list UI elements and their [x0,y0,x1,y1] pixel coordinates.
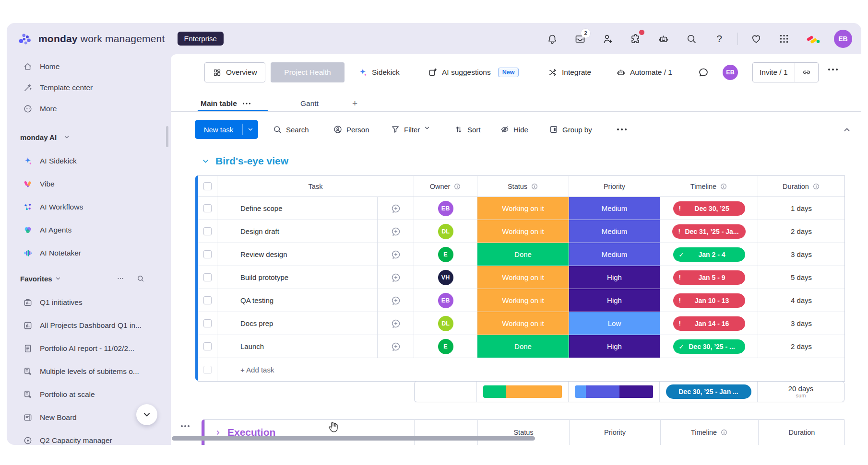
sidebar-section-favorites[interactable]: Favorites [7,271,170,286]
status-cell[interactable]: Working on it [477,312,569,335]
timeline-cell[interactable]: ✓Jan 2 - 4 [660,243,758,266]
duration-cell[interactable]: 5 days [758,266,844,289]
copy-link-icon[interactable] [795,63,818,82]
row-checkbox[interactable] [198,197,217,220]
group-title[interactable]: Bird's-eye view [215,155,288,167]
duration-cell[interactable]: 3 days [758,312,844,335]
priority-cell[interactable]: Medium [569,220,660,243]
column-header-timeline[interactable]: Timeline [660,176,758,197]
task-name-cell[interactable]: Define scope [217,197,378,220]
info-icon[interactable] [453,183,461,190]
board-chat-icon[interactable] [698,62,709,82]
sidekick-tab-button[interactable]: Sidekick [358,62,400,82]
priority-cell[interactable]: High [569,289,660,312]
add-conversation-button[interactable] [378,289,414,312]
add-conversation-button[interactable] [378,197,414,220]
user-avatar[interactable]: EB [834,30,852,48]
sidebar-scroll-down-button[interactable] [136,404,157,425]
timeline-summary-pill[interactable]: Dec 30, ’25 - Jan ... [666,384,751,399]
person-filter-button[interactable]: Person [333,120,369,139]
sidebar-item-ai-notetaker[interactable]: AI Notetaker [7,242,170,265]
task-name-cell[interactable]: Build prototype [217,266,378,289]
brand[interactable]: monday work management Enterprise [7,32,224,46]
sidebar-item-portfolio-ai-report[interactable]: Portfolio AI report - 11/02/2... [7,337,170,360]
owner-avatar[interactable]: DL [438,316,453,331]
status-cell[interactable]: Working on it [477,197,569,220]
ai-suggestions-tab-button[interactable]: AI suggestions New [428,62,519,82]
info-icon[interactable] [531,183,538,190]
owner-avatar[interactable]: DL [438,224,453,239]
execution-group-title-cell[interactable]: Execution [205,420,415,445]
add-view-button[interactable]: + [352,96,357,111]
timeline-cell[interactable]: !Jan 14 - 16 [660,312,758,335]
favorites-search-icon[interactable] [136,274,145,283]
duration-cell[interactable]: 1 days [758,197,844,220]
new-task-caret-icon[interactable] [243,126,258,133]
owner-avatar[interactable]: EB [438,293,453,308]
sort-button[interactable]: Sort [454,120,481,139]
add-conversation-button[interactable] [378,243,414,266]
info-icon[interactable] [812,183,820,190]
owner-avatar[interactable]: E [438,247,453,262]
product-switcher-grid-icon[interactable] [778,33,790,45]
search-icon[interactable] [686,33,697,45]
integrate-tab-button[interactable]: Integrate [548,62,591,82]
duration-cell[interactable]: 4 days [758,289,844,312]
sidebar-item-multiple-levels-subitems[interactable]: Multiple levels of subitems o... [7,360,170,383]
sidebar-item-q1-initiatives[interactable]: Q1 initiatives [7,291,170,314]
duration-cell[interactable]: 2 days [758,220,844,243]
timeline-cell[interactable]: !Jan 5 - 9 [660,266,758,289]
automate-tab-button[interactable]: Automate / 1 [616,62,672,82]
execution-group-menu-icon[interactable] [181,425,190,427]
add-conversation-button[interactable] [378,312,414,335]
owner-avatar[interactable]: VH [438,270,453,285]
row-checkbox[interactable] [198,312,217,335]
row-checkbox[interactable] [198,335,217,358]
priority-cell[interactable]: Medium [569,243,660,266]
sidebar-scrollbar-thumb[interactable] [166,126,168,147]
filter-button[interactable]: Filter [391,120,430,139]
priority-cell[interactable]: High [569,266,660,289]
info-icon[interactable] [720,183,727,190]
collapse-header-caret-icon[interactable] [842,125,852,135]
hide-button[interactable]: Hide [500,120,528,139]
priority-cell[interactable]: Medium [569,197,660,220]
column-header-status[interactable]: Status [477,176,569,197]
owner-avatar[interactable]: EB [438,201,453,216]
view-tab-main-table[interactable]: Main table [201,96,251,111]
sidebar-item-portfolio-at-scale[interactable]: Portfolio at scale [7,383,170,406]
task-name-cell[interactable]: Review design [217,243,378,266]
priority-cell[interactable]: High [569,335,660,358]
execution-column-priority[interactable]: Priority [570,420,661,445]
owner-cell[interactable]: EB [414,197,477,220]
status-cell[interactable]: Done [477,243,569,266]
priority-cell[interactable]: Low [569,312,660,335]
group-collapse-chevron-icon[interactable] [202,157,210,165]
priority-distribution-bar[interactable] [575,385,654,398]
sidebar-item-ai-workflows[interactable]: AI Workflows [7,196,170,219]
new-task-button[interactable]: New task [195,120,258,139]
board-member-avatar[interactable]: EB [723,65,738,80]
assistant-bot-icon[interactable] [658,33,669,45]
board-menu-icon[interactable] [828,69,838,70]
row-checkbox[interactable] [198,266,217,289]
help-icon[interactable]: ? [713,33,725,45]
column-header-task[interactable]: Task [217,176,414,197]
duration-cell[interactable]: 2 days [758,335,844,358]
task-name-cell[interactable]: Launch [217,335,378,358]
favorites-menu-icon[interactable] [116,274,125,283]
status-distribution-bar[interactable] [483,385,562,398]
task-name-cell[interactable]: Design draft [217,220,378,243]
timeline-cell[interactable]: !Jan 10 - 13 [660,289,758,312]
task-name-cell[interactable]: Docs prep [217,312,378,335]
project-health-tab-button[interactable]: Project Health [271,62,345,82]
inbox-icon[interactable]: 2 [574,33,586,45]
column-header-priority[interactable]: Priority [569,176,660,197]
add-conversation-button[interactable] [378,220,414,243]
horizontal-scrollbar[interactable] [172,436,535,441]
owner-cell[interactable]: E [414,335,477,358]
select-all-checkbox[interactable] [198,176,217,197]
chevron-down-icon[interactable] [424,125,430,134]
invite-members-icon[interactable] [602,33,614,45]
owner-avatar[interactable]: E [438,339,453,354]
